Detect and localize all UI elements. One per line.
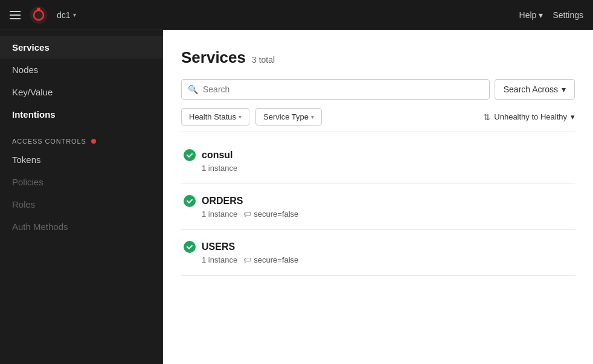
sidebar-item-policies: Policies [0, 171, 162, 193]
sidebar: Services Nodes Key/Value Intentions ACCE… [0, 30, 163, 364]
layout: Services Nodes Key/Value Intentions ACCE… [0, 30, 593, 364]
search-input[interactable] [203, 80, 483, 99]
sidebar-item-auth-methods: Auth Methods [0, 216, 162, 238]
access-controls-label: ACCESS CONTROLS [0, 126, 162, 148]
service-row-users[interactable]: USERS 1 instance 🏷 secure=false [181, 230, 575, 276]
tag-label: secure=false [254, 209, 298, 219]
health-check-icon [184, 195, 196, 207]
chevron-down-icon: ▾ [571, 112, 575, 121]
service-meta: 1 instance 🏷 secure=false [184, 209, 572, 219]
chevron-down-icon: ▾ [73, 11, 76, 18]
service-row-orders[interactable]: ORDERS 1 instance 🏷 secure=false [181, 184, 575, 230]
chevron-down-icon: ▾ [562, 85, 566, 94]
tag-label: secure=false [254, 255, 298, 264]
sidebar-item-keyvalue[interactable]: Key/Value [0, 81, 162, 103]
health-check-icon [184, 149, 196, 161]
instance-count: 1 instance [202, 255, 237, 264]
sidebar-item-tokens[interactable]: Tokens [0, 148, 162, 171]
access-controls-indicator [91, 139, 96, 144]
page-title-row: Services 3 total [181, 48, 575, 67]
tag-wrap: 🏷 secure=false [243, 255, 298, 264]
service-row-consul[interactable]: consul 1 instance [181, 138, 575, 184]
tag-icon: 🏷 [243, 255, 251, 264]
help-button[interactable]: Help ▾ [519, 10, 543, 20]
service-name: ORDERS [202, 196, 243, 206]
service-name-row: USERS [184, 241, 572, 253]
search-across-button[interactable]: Search Across ▾ [495, 79, 575, 100]
service-name: USERS [202, 241, 235, 252]
total-badge: 3 total [252, 55, 275, 65]
service-name-row: consul [184, 149, 572, 161]
service-type-filter[interactable]: Service Type ▾ [255, 108, 322, 126]
dc-label: dc1 [57, 10, 71, 20]
search-input-wrap: 🔍 [181, 79, 490, 100]
svg-point-2 [37, 7, 40, 11]
service-meta: 1 instance [184, 164, 572, 173]
consul-logo [28, 4, 50, 26]
chevron-down-icon: ▾ [311, 113, 314, 120]
search-icon: 🔍 [188, 85, 198, 94]
page-title: Services [181, 48, 246, 67]
settings-button[interactable]: Settings [553, 10, 583, 20]
health-check-icon [184, 241, 196, 253]
tag-icon: 🏷 [243, 209, 251, 219]
service-meta: 1 instance 🏷 secure=false [184, 255, 572, 264]
health-status-filter[interactable]: Health Status ▾ [181, 108, 249, 126]
top-nav: dc1 ▾ Help ▾ Settings [0, 0, 593, 30]
sidebar-item-intentions[interactable]: Intentions [0, 103, 162, 126]
service-name-row: ORDERS [184, 195, 572, 207]
search-bar-row: 🔍 Search Across ▾ [181, 79, 575, 100]
main-content: Services 3 total 🔍 Search Across ▾ Healt… [163, 30, 593, 364]
top-nav-right: Help ▾ Settings [519, 10, 583, 20]
sidebar-item-roles: Roles [0, 193, 162, 216]
hamburger-menu[interactable] [10, 11, 21, 19]
service-list: consul 1 instance ORDERS 1 inst [181, 138, 575, 276]
tag-wrap: 🏷 secure=false [243, 209, 298, 219]
sort-button[interactable]: ⇅ Unhealthy to Healthy ▾ [483, 112, 575, 122]
sort-icon: ⇅ [483, 112, 490, 122]
sidebar-item-nodes[interactable]: Nodes [0, 59, 162, 81]
dc-selector[interactable]: dc1 ▾ [57, 10, 76, 20]
chevron-down-icon: ▾ [239, 113, 242, 120]
top-nav-left: dc1 ▾ [10, 4, 76, 26]
sidebar-item-services[interactable]: Services [0, 36, 162, 59]
chevron-down-icon: ▾ [539, 10, 543, 20]
filters-row: Health Status ▾ Service Type ▾ ⇅ Unhealt… [181, 108, 575, 132]
instance-count: 1 instance [202, 209, 237, 219]
instance-count: 1 instance [202, 164, 237, 173]
service-name: consul [202, 150, 233, 161]
